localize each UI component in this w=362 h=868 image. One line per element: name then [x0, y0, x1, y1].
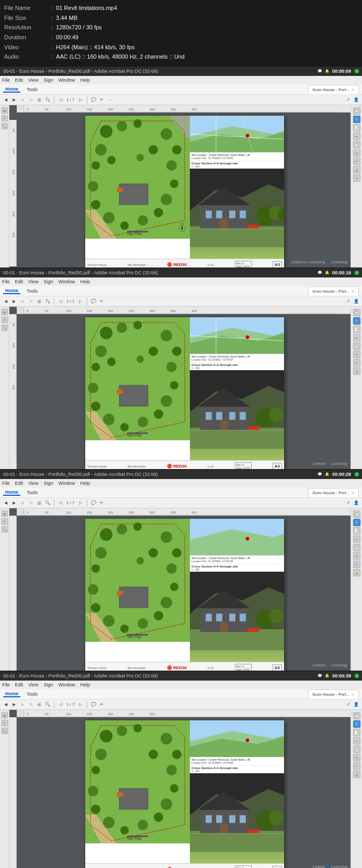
- zoom-btn-3[interactable]: 🔍: [44, 499, 51, 507]
- comment-tool-1[interactable]: 💬: [90, 96, 97, 104]
- doc-tab-close-3[interactable]: ×: [352, 491, 354, 495]
- bookmark-btn-4[interactable]: ☆: [27, 701, 35, 708]
- forward-btn-3[interactable]: ▶: [10, 499, 18, 507]
- left-btn-pages-1[interactable]: ≡: [2, 115, 8, 121]
- menu-window-4[interactable]: Window: [58, 682, 75, 687]
- menu-sign-2[interactable]: Sign: [43, 279, 53, 284]
- menu-edit-4[interactable]: Edit: [15, 682, 24, 687]
- back-btn-1[interactable]: ◀: [2, 96, 9, 104]
- rt-btn-2-3[interactable]: T: [353, 519, 360, 526]
- tab-home-1[interactable]: Home: [3, 86, 20, 93]
- rt-btn-4-4[interactable]: ✏: [353, 737, 360, 744]
- prev-page-btn-3[interactable]: ◁: [57, 499, 64, 507]
- tab-home-4[interactable]: Home: [3, 691, 20, 697]
- rt-btn-8-3[interactable]: 🔒: [353, 569, 360, 576]
- rt-btn-5-3[interactable]: 📋: [353, 544, 360, 551]
- bookmark-btn-3[interactable]: ☆: [27, 499, 35, 507]
- home-btn-1[interactable]: ⌂: [19, 96, 26, 104]
- home-btn-3[interactable]: ⌂: [19, 499, 26, 507]
- right-tool-draw-1[interactable]: ✏: [353, 132, 360, 140]
- left-btn-1-4[interactable]: ⊞: [2, 712, 8, 718]
- right-tool-export-1[interactable]: ↗: [353, 174, 360, 182]
- share-btn-1[interactable]: ↗: [344, 96, 352, 104]
- left-btn-2-2[interactable]: ≡: [2, 317, 8, 323]
- user-btn-2[interactable]: 👤: [353, 298, 360, 305]
- doc-tab-3[interactable]: Euro House - Port... ×: [308, 488, 359, 497]
- left-btn-3-2[interactable]: 🔍: [2, 325, 8, 331]
- share-btn-3[interactable]: ↗: [344, 499, 352, 507]
- rt-btn-6-4[interactable]: 📎: [353, 754, 360, 761]
- prev-page-btn-4[interactable]: ◁: [57, 701, 64, 708]
- rt-btn-6-3[interactable]: 📎: [353, 552, 360, 560]
- menu-help-2[interactable]: Help: [80, 279, 90, 284]
- menu-help-4[interactable]: Help: [80, 682, 90, 687]
- rt-btn-1-4[interactable]: 💬: [353, 712, 360, 719]
- menu-file-2[interactable]: File: [2, 279, 10, 284]
- rt-btn-5-4[interactable]: 📋: [353, 745, 360, 753]
- tab-home-3[interactable]: Home: [3, 489, 20, 496]
- left-btn-2-4[interactable]: ≡: [2, 720, 8, 726]
- user-btn-4[interactable]: 👤: [353, 701, 360, 708]
- right-tool-note-1[interactable]: 📝: [353, 124, 360, 131]
- left-btn-3-4[interactable]: 🔍: [2, 728, 8, 734]
- rt-btn-1-3[interactable]: 💬: [353, 510, 360, 518]
- edit-tool-3[interactable]: ✏: [98, 499, 106, 507]
- share-btn-4[interactable]: ↗: [344, 701, 352, 708]
- rt-btn-7-2[interactable]: 🖊: [353, 359, 360, 366]
- menu-view-1[interactable]: View: [28, 77, 38, 83]
- right-tool-attach-1[interactable]: 📎: [353, 149, 360, 157]
- home-btn-2[interactable]: ⌂: [19, 298, 26, 305]
- menu-window-1[interactable]: Window: [58, 77, 75, 83]
- left-btn-1-3[interactable]: ⊞: [2, 510, 8, 517]
- right-tool-highlight-1[interactable]: T: [353, 116, 360, 123]
- prev-page-btn-2[interactable]: ◁: [57, 298, 64, 305]
- rt-btn-5-2[interactable]: 📋: [353, 342, 360, 350]
- menu-edit-3[interactable]: Edit: [15, 481, 24, 486]
- menu-sign-3[interactable]: Sign: [43, 481, 53, 486]
- right-tool-comment-1[interactable]: 💬: [353, 107, 360, 115]
- menu-file-4[interactable]: File: [2, 682, 10, 687]
- back-btn-3[interactable]: ◀: [2, 499, 9, 507]
- rt-btn-2-2[interactable]: T: [353, 317, 360, 325]
- back-btn-4[interactable]: ◀: [2, 701, 9, 708]
- menu-window-3[interactable]: Window: [58, 481, 75, 486]
- tab-tools-2[interactable]: Tools: [25, 288, 40, 294]
- rt-btn-7-3[interactable]: 🖊: [353, 561, 360, 568]
- menu-help-1[interactable]: Help: [80, 77, 90, 83]
- left-btn-thumb-1[interactable]: ⊞: [2, 107, 8, 114]
- tab-tools-1[interactable]: Tools: [25, 87, 40, 92]
- rt-btn-4-2[interactable]: ✏: [353, 334, 360, 341]
- rt-btn-4-3[interactable]: ✏: [353, 536, 360, 543]
- comment-tool-2[interactable]: 💬: [90, 298, 97, 305]
- right-tool-protect-1[interactable]: 🔒: [353, 166, 360, 173]
- edit-tool-2[interactable]: ✏: [98, 298, 106, 305]
- edit-tool-4[interactable]: ✏: [98, 701, 106, 708]
- left-btn-2-3[interactable]: ≡: [2, 518, 8, 525]
- rt-btn-2-4[interactable]: T: [353, 720, 360, 728]
- more-tool-1[interactable]: ⋯: [107, 96, 114, 104]
- forward-btn-4[interactable]: ▶: [10, 701, 18, 708]
- print-btn-3[interactable]: 🖨: [36, 499, 43, 507]
- next-page-btn-3[interactable]: ▷: [77, 499, 84, 507]
- doc-tab-close-1[interactable]: ×: [352, 87, 354, 92]
- menu-window-2[interactable]: Window: [58, 279, 75, 284]
- rt-btn-6-2[interactable]: 📎: [353, 351, 360, 358]
- back-btn-2[interactable]: ◀: [2, 298, 9, 305]
- menu-help-3[interactable]: Help: [80, 481, 90, 486]
- print-btn-4[interactable]: 🖨: [36, 701, 43, 708]
- zoom-btn-1[interactable]: 🔍: [44, 96, 51, 104]
- rt-btn-1-2[interactable]: 💬: [353, 309, 360, 316]
- prev-page-btn-1[interactable]: ◁: [57, 96, 64, 104]
- print-btn-2[interactable]: 🖨: [36, 298, 43, 305]
- next-page-btn-1[interactable]: ▷: [77, 96, 84, 104]
- rt-btn-3-2[interactable]: 📝: [353, 326, 360, 333]
- comment-tool-4[interactable]: 💬: [90, 701, 97, 708]
- forward-btn-1[interactable]: ▶: [10, 96, 18, 104]
- forward-btn-2[interactable]: ▶: [10, 298, 18, 305]
- tab-tools-4[interactable]: Tools: [25, 692, 40, 697]
- bookmark-btn-2[interactable]: ☆: [27, 298, 35, 305]
- comment-tool-3[interactable]: 💬: [90, 499, 97, 507]
- rt-btn-3-3[interactable]: 📝: [353, 527, 360, 535]
- rt-btn-8-2[interactable]: 🔒: [353, 368, 360, 375]
- menu-sign-1[interactable]: Sign: [43, 77, 53, 83]
